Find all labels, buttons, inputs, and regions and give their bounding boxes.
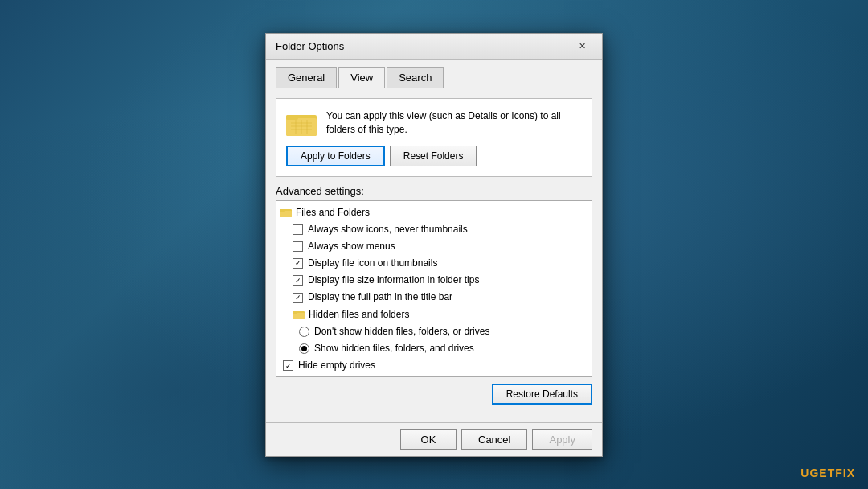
- ok-button[interactable]: OK: [400, 429, 457, 450]
- setting-label: Show hidden files, folders, and drives: [314, 341, 474, 356]
- checkbox-file-size-folder-tips[interactable]: [293, 275, 303, 286]
- svg-rect-11: [280, 209, 285, 212]
- list-item[interactable]: Hide empty drives: [276, 357, 592, 374]
- watermark: UGETFIX: [800, 466, 855, 479]
- setting-label: Always show menus: [308, 239, 395, 254]
- tab-view[interactable]: View: [338, 67, 385, 88]
- list-item[interactable]: Always show icons, never thumbnails: [276, 221, 592, 238]
- list-item[interactable]: Hide extensions for known file types: [276, 374, 592, 376]
- apply-button[interactable]: Apply: [532, 429, 592, 450]
- title-bar-controls: ✕: [571, 38, 592, 54]
- list-item[interactable]: Always show menus: [276, 238, 592, 255]
- dialog-body: You can apply this view (such as Details…: [266, 88, 602, 422]
- folder-view-section: You can apply this view (such as Details…: [276, 98, 592, 177]
- svg-rect-10: [280, 211, 292, 217]
- list-item[interactable]: Display file icon on thumbnails: [276, 255, 592, 272]
- setting-label: Hide extensions for known file types: [298, 375, 452, 376]
- folder-icon: [286, 109, 318, 138]
- title-bar: Folder Options ✕: [266, 34, 602, 60]
- advanced-settings-label: Advanced settings:: [276, 185, 592, 197]
- tab-strip: General View Search: [266, 60, 602, 88]
- watermark-highlight: GET: [809, 466, 835, 479]
- list-item: Files and Folders: [276, 204, 592, 221]
- setting-label: Always show icons, never thumbnails: [308, 222, 468, 237]
- apply-to-folders-button[interactable]: Apply to Folders: [286, 146, 385, 166]
- list-item[interactable]: Display the full path in the title bar: [276, 289, 592, 306]
- checkbox-display-icon-thumbnails[interactable]: [293, 258, 303, 269]
- list-item[interactable]: Show hidden files, folders, and drives: [276, 340, 592, 357]
- restore-defaults-button[interactable]: Restore Defaults: [492, 384, 592, 405]
- restore-section: Restore Defaults: [276, 384, 592, 405]
- checkbox-full-path-title[interactable]: [293, 293, 303, 303]
- svg-rect-13: [293, 313, 305, 319]
- checkbox-always-menus[interactable]: [293, 241, 303, 252]
- settings-list-container: Files and Folders Always show icons, nev…: [276, 200, 592, 377]
- setting-label: Display file icon on thumbnails: [308, 256, 437, 271]
- list-item[interactable]: Don't show hidden files, folders, or dri…: [276, 323, 592, 340]
- watermark-prefix: U: [800, 466, 809, 479]
- hidden-files-folder-icon: [293, 309, 305, 320]
- setting-label: Don't show hidden files, folders, or dri…: [314, 324, 489, 339]
- dialog-footer: OK Cancel Apply: [266, 422, 602, 456]
- dialog-title: Folder Options: [276, 40, 344, 52]
- category-folder-icon: [280, 207, 293, 218]
- radio-dont-show-hidden[interactable]: [299, 327, 309, 337]
- setting-label: Hide empty drives: [298, 358, 375, 373]
- reset-folders-button[interactable]: Reset Folders: [390, 146, 477, 166]
- settings-list[interactable]: Files and Folders Always show icons, nev…: [276, 201, 592, 376]
- category-label: Files and Folders: [296, 205, 370, 220]
- svg-rect-2: [286, 115, 298, 120]
- watermark-suffix: FIX: [835, 466, 855, 479]
- setting-label: Display file size information in folder …: [308, 273, 479, 288]
- cancel-button[interactable]: Cancel: [461, 429, 527, 450]
- tab-search[interactable]: Search: [387, 67, 444, 88]
- close-button[interactable]: ✕: [571, 38, 592, 54]
- svg-rect-14: [293, 311, 297, 314]
- folder-view-buttons: Apply to Folders Reset Folders: [286, 146, 582, 166]
- list-item[interactable]: Display file size information in folder …: [276, 272, 592, 289]
- checkbox-hide-empty-drives[interactable]: [283, 360, 293, 371]
- tab-general[interactable]: General: [276, 67, 337, 88]
- folder-view-content: You can apply this view (such as Details…: [286, 109, 582, 138]
- setting-label: Display the full path in the title bar: [308, 290, 452, 305]
- folder-view-description: You can apply this view (such as Details…: [326, 109, 582, 137]
- checkbox-always-icons[interactable]: [293, 224, 303, 235]
- hidden-files-label: Hidden files and folders: [309, 307, 409, 323]
- folder-options-dialog: Folder Options ✕ General View Search: [265, 33, 603, 457]
- list-item: Hidden files and folders: [276, 306, 592, 323]
- radio-show-hidden[interactable]: [299, 343, 309, 354]
